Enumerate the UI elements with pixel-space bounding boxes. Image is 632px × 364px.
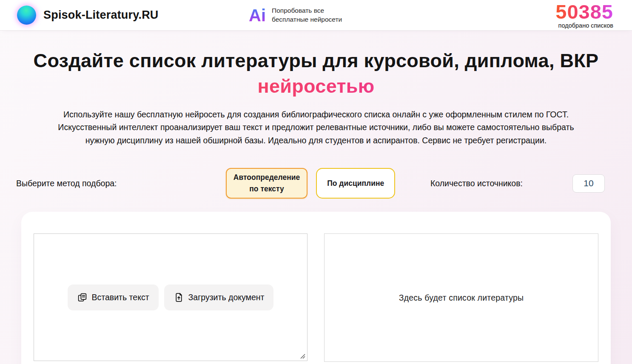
page-title: Создайте список литературы для курсовой,… — [0, 48, 632, 99]
site-logo-sphere-icon — [17, 6, 36, 25]
site-header: Spisok-Literatury.RU Ai Попробовать все … — [0, 0, 632, 30]
sources-count-label: Количество источников: — [430, 179, 523, 188]
textarea-resize-grip[interactable] — [299, 353, 305, 359]
method-auto-label-line2: по тексту — [233, 183, 300, 195]
page-description-line1: Используйте нашу бесплатную нейросеть дл… — [33, 108, 599, 121]
ai-banner-caption: Попробовать все бесплатные нейросети — [272, 6, 342, 24]
upload-document-button[interactable]: Загрузить документ — [164, 284, 274, 310]
ai-neural-networks-banner[interactable]: Ai Попробовать все бесплатные нейросети — [249, 0, 342, 30]
upload-icon — [174, 292, 184, 303]
paste-icon — [77, 292, 88, 303]
lists-counter: 50385 подобрано списков — [555, 2, 613, 29]
sources-count-input[interactable] — [572, 174, 605, 193]
workspace-panels: Вставить текст Загрузить документ — [34, 233, 598, 362]
workspace-card: Вставить текст Загрузить документ — [21, 212, 611, 364]
page-title-line2: нейросетью — [0, 74, 632, 99]
paste-button-label: Вставить текст — [92, 293, 149, 302]
counter-caption: подобрано списков — [555, 23, 613, 29]
main-content: Создайте список литературы для курсовой,… — [0, 30, 632, 364]
ai-gradient-logo: Ai — [249, 7, 266, 24]
method-auto-label-line1: Автоопределение — [233, 172, 300, 183]
page-description-line3: нужную дисциплину из нашей обширной базы… — [33, 134, 599, 147]
method-auto-detect-button[interactable]: Автоопределение по тексту — [226, 168, 307, 199]
page-description-line2: Искусственный интеллект проанализирует в… — [33, 121, 599, 134]
text-input-area[interactable]: Вставить текст Загрузить документ — [34, 233, 307, 361]
method-by-discipline-button[interactable]: По дисциплине — [316, 168, 395, 199]
brand-title: Spisok-Literatury.RU — [43, 9, 159, 22]
selection-controls: Выберите метод подбора: Автоопределение … — [0, 168, 632, 199]
sources-count-group: Количество источников: — [430, 174, 605, 193]
counter-number: 50385 — [555, 2, 613, 22]
result-placeholder-text: Здесь будет список литературы — [399, 293, 524, 303]
page-title-line1: Создайте список литературы для курсовой,… — [0, 48, 632, 74]
method-label: Выберите метод подбора: — [16, 179, 117, 188]
method-buttons: Автоопределение по тексту По дисциплине — [226, 168, 395, 199]
brand[interactable]: Spisok-Literatury.RU — [17, 6, 159, 25]
upload-button-label: Загрузить документ — [188, 293, 265, 302]
ai-banner-caption-line2: бесплатные нейросети — [272, 15, 342, 24]
hero-section: Создайте список литературы для курсовой,… — [0, 30, 632, 147]
ai-banner-caption-line1: Попробовать все — [272, 6, 342, 15]
page-description: Используйте нашу бесплатную нейросеть дл… — [33, 108, 599, 147]
method-discipline-label: По дисциплине — [327, 178, 384, 189]
paste-text-button[interactable]: Вставить текст — [68, 284, 159, 310]
result-panel: Здесь будет список литературы — [324, 233, 598, 362]
